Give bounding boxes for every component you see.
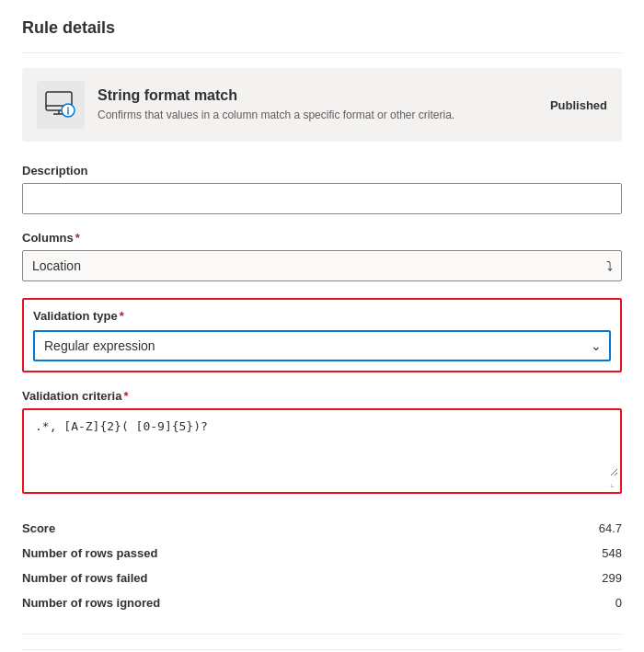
rule-icon-svg bbox=[44, 90, 77, 120]
title-divider bbox=[22, 52, 622, 53]
validation-type-select-wrapper: Regular expression Email URL ⌄ bbox=[33, 330, 611, 361]
stat-label-failed: Number of rows failed bbox=[22, 571, 148, 585]
columns-section: Columns* Location ⤵ bbox=[22, 231, 622, 281]
validation-type-select[interactable]: Regular expression Email URL bbox=[33, 330, 611, 361]
stat-label-ignored: Number of rows ignored bbox=[22, 596, 160, 610]
svg-point-5 bbox=[67, 108, 69, 109]
stats-section: Score 64.7 Number of rows passed 548 Num… bbox=[22, 516, 622, 615]
resize-icon: ⌞ bbox=[610, 478, 615, 488]
description-section: Description bbox=[22, 164, 622, 214]
stat-row-ignored: Number of rows ignored 0 bbox=[22, 590, 622, 615]
rule-info: String format match Confirms that values… bbox=[98, 87, 537, 123]
columns-select-wrapper: Location ⤵ bbox=[22, 250, 622, 281]
resize-handle: ⌞ bbox=[26, 476, 618, 490]
stats-divider bbox=[22, 634, 622, 635]
validation-type-section: Validation type* Regular expression Emai… bbox=[22, 298, 622, 372]
validation-criteria-wrapper: .*, [A-Z]{2}( [0-9]{5})? ⌞ bbox=[22, 408, 622, 494]
stat-value-failed: 299 bbox=[602, 571, 622, 585]
stat-row-failed: Number of rows failed 299 bbox=[22, 566, 622, 590]
page-title: Rule details bbox=[22, 18, 622, 38]
rule-name: String format match bbox=[98, 87, 537, 104]
validation-criteria-input[interactable]: .*, [A-Z]{2}( [0-9]{5})? bbox=[26, 412, 618, 476]
validation-criteria-section: Validation criteria* .*, [A-Z]{2}( [0-9]… bbox=[22, 389, 622, 494]
stat-label-passed: Number of rows passed bbox=[22, 546, 157, 560]
rule-icon-wrapper bbox=[37, 81, 85, 129]
stat-value-ignored: 0 bbox=[615, 596, 622, 610]
rule-icon bbox=[44, 90, 77, 120]
rule-description: Confirms that values in a column match a… bbox=[98, 108, 537, 123]
rule-card: String format match Confirms that values… bbox=[22, 68, 622, 142]
description-input[interactable] bbox=[22, 183, 622, 214]
columns-select[interactable]: Location bbox=[22, 250, 622, 281]
validation-type-label: Validation type* bbox=[33, 309, 611, 323]
validation-criteria-label: Validation criteria* bbox=[22, 389, 622, 403]
description-label: Description bbox=[22, 164, 622, 177]
rule-status: Published bbox=[550, 98, 607, 112]
stat-row-score: Score 64.7 bbox=[22, 516, 622, 541]
columns-label: Columns* bbox=[22, 231, 622, 245]
stat-label-score: Score bbox=[22, 521, 55, 535]
stat-value-passed: 548 bbox=[602, 546, 622, 560]
stat-row-passed: Number of rows passed 548 bbox=[22, 541, 622, 566]
stat-value-score: 64.7 bbox=[599, 521, 622, 535]
